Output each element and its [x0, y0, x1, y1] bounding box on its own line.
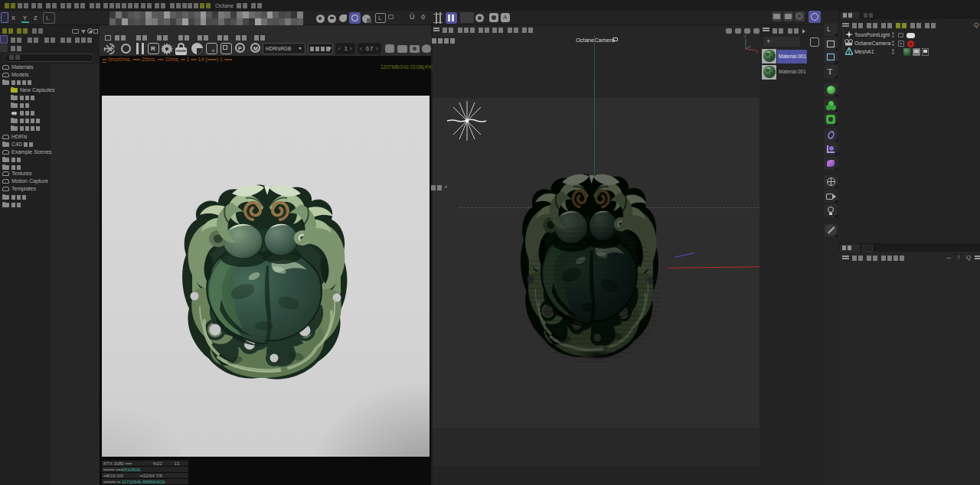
- svg-text:X: X: [756, 50, 759, 54]
- svg-text:Y: Y: [743, 34, 746, 39]
